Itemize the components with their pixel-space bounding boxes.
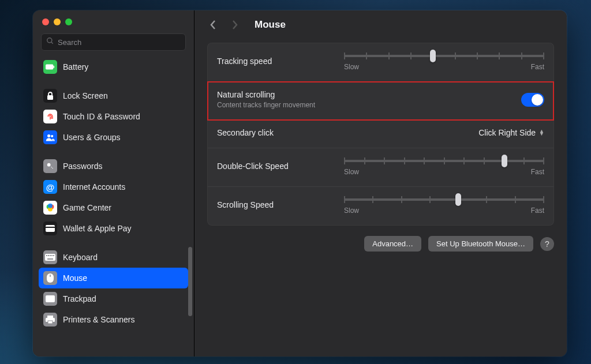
- sidebar-item-keyboard[interactable]: Keyboard: [39, 247, 188, 268]
- setup-bluetooth-mouse-button[interactable]: Set Up Bluetooth Mouse…: [428, 236, 533, 252]
- slider-min-label: Slow: [344, 207, 359, 215]
- scrolling-speed-row: Scrolling Speed Slow Fast: [208, 187, 553, 225]
- sidebar-list[interactable]: BatteryLock ScreenTouch ID & PasswordUse…: [33, 57, 194, 357]
- tracking-speed-row: Tracking speed Slow Fast: [208, 43, 553, 82]
- touch-id-icon: [43, 110, 57, 123]
- svg-rect-18: [51, 255, 53, 256]
- svg-point-0: [47, 38, 52, 43]
- wallet-icon: [43, 222, 57, 235]
- mouse-settings-panel: Tracking speed Slow Fast: [207, 43, 554, 226]
- mouse-icon: [43, 271, 57, 285]
- page-title: Mouse: [255, 19, 286, 31]
- battery-icon: [43, 60, 57, 74]
- search-input[interactable]: [58, 38, 181, 47]
- internet-accounts-icon: @: [43, 180, 57, 194]
- trackpad-icon: [43, 292, 57, 306]
- sidebar-item-users-groups[interactable]: Users & Groups: [39, 127, 188, 148]
- users-groups-icon: [43, 130, 57, 144]
- sidebar-item-trackpad[interactable]: Trackpad: [39, 288, 188, 309]
- footer-buttons: Advanced… Set Up Bluetooth Mouse… ?: [207, 236, 554, 252]
- forward-button[interactable]: [229, 19, 241, 31]
- svg-line-1: [51, 42, 53, 44]
- svg-rect-12: [46, 225, 55, 232]
- sidebar-item-lock-screen[interactable]: Lock Screen: [39, 85, 188, 106]
- secondary-click-label: Secondary click: [217, 128, 332, 137]
- svg-rect-15: [46, 255, 47, 256]
- sidebar-item-label: Users & Groups: [63, 133, 121, 142]
- svg-rect-17: [50, 255, 51, 256]
- sidebar-item-internet-accounts[interactable]: @Internet Accounts: [39, 177, 188, 197]
- sidebar-item-battery[interactable]: Battery: [39, 57, 188, 77]
- svg-point-7: [47, 163, 51, 167]
- sidebar-item-label: Keyboard: [63, 253, 98, 262]
- minimize-window-button[interactable]: [54, 18, 61, 25]
- svg-rect-20: [47, 258, 53, 260]
- sidebar-item-label: Wallet & Apple Pay: [63, 224, 132, 233]
- svg-rect-2: [46, 65, 53, 70]
- printers-icon: [43, 313, 57, 327]
- svg-point-6: [51, 135, 53, 137]
- slider-max-label: Fast: [531, 207, 544, 215]
- natural-scrolling-row: Natural scrolling Content tracks finger …: [208, 82, 553, 120]
- chevron-updown-icon: ▲▼: [539, 130, 544, 136]
- svg-rect-24: [47, 316, 53, 318]
- search-field[interactable]: [41, 33, 186, 51]
- scrollbar-thumb[interactable]: [188, 247, 192, 316]
- slider-min-label: Slow: [344, 168, 359, 176]
- natural-scrolling-description: Content tracks finger movement: [217, 101, 332, 109]
- tracking-speed-label: Tracking speed: [217, 57, 332, 66]
- sidebar-item-passwords[interactable]: Passwords: [39, 156, 188, 177]
- slider-max-label: Fast: [531, 63, 544, 71]
- svg-rect-19: [53, 255, 54, 256]
- secondary-click-value: Click Right Side: [478, 128, 536, 137]
- sidebar-item-label: Mouse: [63, 273, 87, 283]
- svg-point-5: [47, 134, 50, 137]
- sidebar: BatteryLock ScreenTouch ID & PasswordUse…: [33, 10, 194, 357]
- sidebar-item-game-center[interactable]: Game Center: [39, 197, 188, 218]
- sidebar-item-label: Lock Screen: [63, 91, 108, 100]
- sidebar-item-mouse[interactable]: Mouse: [39, 268, 188, 288]
- back-button[interactable]: [207, 19, 219, 31]
- advanced-button[interactable]: Advanced…: [364, 236, 421, 252]
- double-click-speed-slider[interactable]: [344, 160, 544, 162]
- secondary-click-row: Secondary click Click Right Side ▲▼: [208, 120, 553, 148]
- lock-screen-icon: [43, 89, 57, 103]
- zoom-window-button[interactable]: [65, 18, 72, 25]
- double-click-speed-row: Double-Click Speed Slow Fast: [208, 148, 553, 187]
- svg-rect-16: [48, 255, 49, 256]
- svg-rect-4: [47, 95, 53, 100]
- passwords-icon: [43, 159, 57, 173]
- sidebar-item-wallet[interactable]: Wallet & Apple Pay: [39, 218, 188, 239]
- svg-rect-23: [46, 295, 55, 302]
- game-center-icon: [43, 201, 57, 215]
- scrolling-speed-slider[interactable]: [344, 198, 544, 201]
- scrolling-speed-label: Scrolling Speed: [217, 200, 332, 209]
- sidebar-item-label: Internet Accounts: [63, 182, 125, 192]
- svg-rect-26: [48, 321, 53, 324]
- svg-rect-14: [45, 254, 55, 261]
- sidebar-item-label: Touch ID & Password: [63, 112, 140, 121]
- sidebar-item-touch-id[interactable]: Touch ID & Password: [39, 106, 188, 127]
- main-content: Mouse Tracking speed Slow Fast: [194, 10, 567, 357]
- secondary-click-select[interactable]: Click Right Side ▲▼: [478, 128, 544, 137]
- sidebar-item-label: Printers & Scanners: [63, 315, 135, 324]
- slider-min-label: Slow: [344, 63, 359, 71]
- sidebar-item-label: Battery: [63, 62, 88, 72]
- natural-scrolling-toggle[interactable]: [521, 93, 544, 107]
- sidebar-item-printers[interactable]: Printers & Scanners: [39, 309, 188, 330]
- sidebar-item-label: Trackpad: [63, 294, 96, 303]
- close-window-button[interactable]: [42, 18, 49, 25]
- double-click-speed-label: Double-Click Speed: [217, 162, 332, 171]
- sidebar-item-label: Passwords: [63, 162, 102, 171]
- sidebar-item-label: Game Center: [63, 203, 111, 212]
- svg-rect-3: [53, 66, 54, 68]
- window-controls: [33, 10, 194, 25]
- keyboard-icon: [43, 250, 57, 264]
- main-header: Mouse: [194, 10, 567, 39]
- slider-max-label: Fast: [531, 168, 544, 176]
- help-button[interactable]: ?: [540, 237, 554, 251]
- tracking-speed-slider[interactable]: [344, 55, 544, 57]
- system-settings-window: BatteryLock ScreenTouch ID & PasswordUse…: [33, 10, 567, 357]
- svg-point-11: [48, 204, 53, 208]
- search-icon: [46, 37, 54, 47]
